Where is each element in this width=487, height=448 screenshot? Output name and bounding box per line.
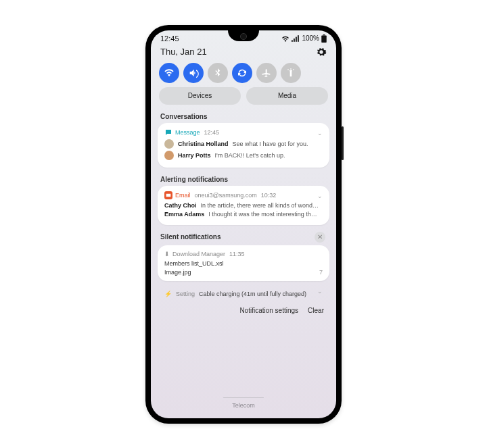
sender: Christina Holland bbox=[178, 141, 229, 147]
gear-icon bbox=[316, 47, 327, 57]
bolt-icon: ⚡ bbox=[164, 291, 172, 297]
settings-button[interactable] bbox=[316, 47, 327, 57]
chevron-down-icon[interactable]: ⌄ bbox=[317, 288, 323, 295]
app-name: Download Manager bbox=[172, 251, 225, 257]
airplane-icon bbox=[261, 68, 272, 78]
sender: Cathy Choi bbox=[164, 202, 197, 209]
card-head: Email oneui3@samsung.com 10:32 ⌄ bbox=[164, 191, 323, 199]
signal-icon bbox=[292, 35, 300, 42]
app-name: Setting bbox=[176, 291, 195, 297]
sender: Harry Potts bbox=[178, 152, 211, 159]
card-head: ⬇ Download Manager 11:35 bbox=[164, 251, 323, 257]
timestamp: 12:45 bbox=[204, 129, 220, 136]
svg-rect-3 bbox=[298, 35, 299, 42]
card-head: Message 12:45 ⌄ bbox=[164, 128, 323, 136]
svg-rect-4 bbox=[323, 34, 325, 36]
email-app-icon bbox=[164, 191, 172, 199]
section-silent-header: Silent notifications ✕ bbox=[151, 230, 336, 245]
conversation-card[interactable]: Message 12:45 ⌄ Christina Holland See wh… bbox=[158, 123, 329, 168]
media-button[interactable]: Media bbox=[246, 87, 328, 105]
download-count: 7 bbox=[319, 269, 323, 276]
message-body: I thought it was the most interesting th… bbox=[208, 211, 317, 218]
chevron-down-icon[interactable]: ⌄ bbox=[317, 130, 323, 136]
rotate-icon bbox=[237, 68, 248, 78]
message-body: I'm BACK!! Let's catch up. bbox=[215, 152, 285, 159]
sound-icon bbox=[188, 68, 199, 78]
alert-item: Emma Adams I thought it was the most int… bbox=[164, 211, 323, 218]
download-item: Image.jpg bbox=[164, 269, 191, 276]
download-icon: ⬇ bbox=[164, 251, 170, 257]
svg-rect-0 bbox=[292, 40, 293, 41]
message-body: See what I have got for you. bbox=[233, 141, 308, 147]
battery-icon bbox=[321, 34, 327, 43]
media-label: Media bbox=[278, 92, 296, 99]
app-name: Message bbox=[175, 129, 200, 136]
timestamp: 11:35 bbox=[229, 251, 245, 257]
flashlight-icon bbox=[285, 68, 296, 78]
message-body: In the article, there were all kinds of … bbox=[201, 202, 319, 209]
download-card[interactable]: ⬇ Download Manager 11:35 Members list_UD… bbox=[158, 245, 329, 281]
close-icon: ✕ bbox=[317, 233, 323, 241]
conversation-item: Harry Potts I'm BACK!! Let's catch up. bbox=[164, 151, 323, 160]
alert-card[interactable]: Email oneui3@samsung.com 10:32 ⌄ Cathy C… bbox=[158, 186, 329, 225]
chevron-down-icon[interactable]: ⌄ bbox=[317, 193, 323, 199]
phone-screen: 12:45 100% Thu, Jan 21 Devices Medi bbox=[151, 30, 336, 418]
email-account: oneui3@samsung.com bbox=[195, 192, 257, 199]
section-silent-label: Silent notifications bbox=[160, 233, 221, 241]
qs-flashlight-toggle[interactable] bbox=[281, 63, 301, 83]
qs-wifi-toggle[interactable] bbox=[159, 63, 179, 83]
charging-body: Cable charging (41m until fully charged) bbox=[199, 291, 306, 297]
avatar bbox=[164, 139, 174, 149]
close-silent-button[interactable]: ✕ bbox=[315, 232, 325, 243]
quick-settings-row bbox=[151, 60, 336, 87]
status-time: 12:45 bbox=[160, 34, 179, 43]
charging-notification[interactable]: ⚡ Setting Cable charging (41m until full… bbox=[158, 287, 329, 301]
section-alerting-label: Alerting notifications bbox=[151, 173, 336, 186]
clear-button[interactable]: Clear bbox=[308, 307, 324, 314]
carrier-label: Telecom bbox=[151, 397, 336, 409]
phone-frame: 12:45 100% Thu, Jan 21 Devices Medi bbox=[145, 25, 342, 424]
conversation-item: Christina Holland See what I have got fo… bbox=[164, 139, 323, 149]
avatar bbox=[164, 151, 174, 160]
wifi-icon bbox=[281, 35, 289, 42]
qs-bluetooth-toggle[interactable] bbox=[208, 63, 228, 83]
qs-rotate-toggle[interactable] bbox=[232, 63, 252, 83]
footer-row: Notification settings Clear bbox=[151, 305, 336, 316]
section-conversations-label: Conversations bbox=[151, 110, 336, 123]
svg-rect-1 bbox=[294, 39, 295, 42]
wifi-icon bbox=[164, 68, 175, 78]
bluetooth-icon bbox=[212, 68, 223, 78]
download-item-row: Image.jpg 7 bbox=[164, 269, 323, 276]
qs-airplane-toggle[interactable] bbox=[256, 63, 277, 83]
svg-rect-5 bbox=[321, 35, 327, 43]
pill-row: Devices Media bbox=[151, 87, 336, 110]
devices-button[interactable]: Devices bbox=[159, 87, 241, 105]
app-name: Email bbox=[175, 192, 191, 199]
svg-rect-2 bbox=[296, 36, 297, 41]
download-item: Members list_UDL.xsl bbox=[164, 260, 323, 267]
devices-label: Devices bbox=[188, 92, 212, 99]
notification-settings-button[interactable]: Notification settings bbox=[239, 307, 298, 314]
qs-sound-toggle[interactable] bbox=[183, 63, 204, 83]
sender: Emma Adams bbox=[164, 211, 204, 218]
battery-percent: 100% bbox=[302, 34, 319, 42]
panel-date: Thu, Jan 21 bbox=[160, 47, 207, 57]
timestamp: 10:32 bbox=[261, 192, 277, 199]
header-row: Thu, Jan 21 bbox=[151, 43, 336, 60]
status-right: 100% bbox=[281, 34, 327, 43]
message-app-icon bbox=[164, 128, 172, 136]
alert-item: Cathy Choi In the article, there were al… bbox=[164, 202, 323, 209]
